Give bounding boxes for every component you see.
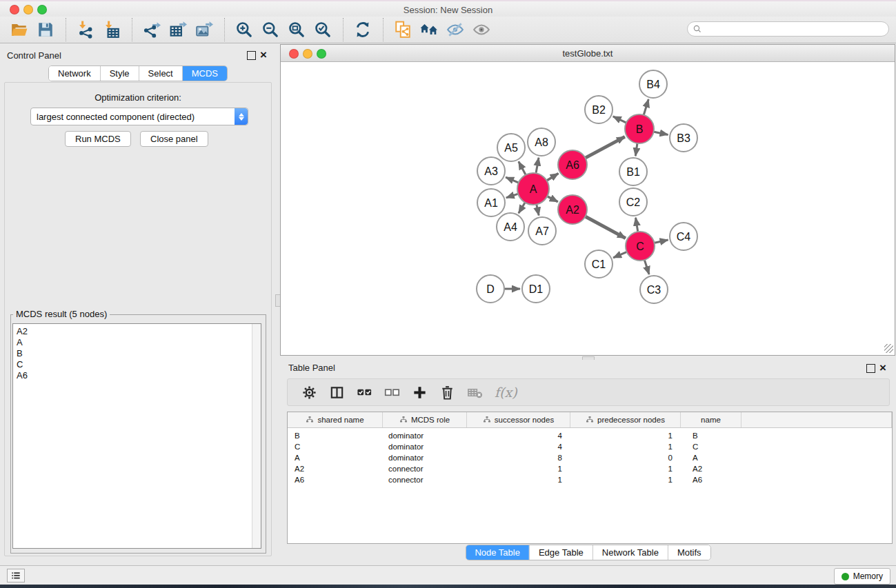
tab-mcds[interactable]: MCDS (182, 66, 227, 81)
save-button[interactable] (35, 19, 57, 41)
column-header-name[interactable]: name (681, 412, 741, 427)
table-row[interactable]: A2connector11A2 (288, 463, 892, 474)
graph-edge-B-B3[interactable] (654, 132, 668, 134)
table-row[interactable]: A6connector11A6 (288, 474, 892, 485)
search-box[interactable] (687, 21, 889, 37)
float-table-panel-icon[interactable] (866, 364, 875, 373)
graph-edge-C-C1[interactable] (613, 252, 626, 258)
open-button[interactable] (9, 19, 31, 41)
graph-edge-B-B2[interactable] (613, 116, 626, 123)
table-cell[interactable]: A (681, 452, 741, 463)
graph-node-B3[interactable]: B3 (670, 124, 697, 152)
table-cell[interactable]: A2 (288, 463, 383, 474)
result-list-item[interactable]: C (13, 359, 261, 370)
run-mcds-button[interactable]: Run MCDS (65, 131, 131, 147)
network-canvas[interactable]: B4B2BB3A5A8A6A3B1AA1C2A2A4A7C4CC1C3DD1 (281, 62, 895, 355)
close-table-panel-icon[interactable]: × (879, 364, 886, 372)
result-list-scrollbar[interactable] (252, 324, 261, 548)
criterion-dropdown[interactable]: largest connected component (directed) (30, 108, 248, 125)
table-cell[interactable]: 1 (467, 463, 570, 474)
column-header-MCDS-role[interactable]: MCDS role (383, 412, 467, 427)
table-cell[interactable]: 4 (467, 441, 570, 452)
search-input[interactable] (706, 23, 888, 34)
import-network-button[interactable] (75, 19, 97, 41)
graph-edge-A-A8[interactable] (536, 158, 539, 173)
table-cell[interactable]: connector (383, 463, 467, 474)
export-network-button[interactable] (141, 19, 163, 41)
table-cell[interactable]: 8 (467, 452, 570, 463)
table-cell[interactable]: connector (383, 474, 467, 485)
graph-node-B2[interactable]: B2 (585, 96, 613, 123)
graph-edge-B-B1[interactable] (635, 143, 637, 156)
tab-style[interactable]: Style (100, 66, 139, 81)
memory-button[interactable]: Memory (834, 568, 890, 585)
close-panel-icon[interactable]: × (260, 51, 267, 59)
graph-edge-A-A6[interactable] (547, 174, 559, 181)
graph-node-C1[interactable]: C1 (585, 250, 613, 278)
result-list-item[interactable]: A2 (13, 326, 261, 337)
check-pair-button[interactable] (355, 382, 375, 403)
import-table-button[interactable] (101, 19, 123, 41)
gear-button[interactable] (299, 382, 320, 403)
graph-node-D1[interactable]: D1 (522, 275, 550, 303)
column-header-shared-name[interactable]: shared name (288, 412, 383, 427)
table-cell[interactable]: 1 (570, 474, 681, 485)
graph-edge-C-C2[interactable] (636, 218, 638, 232)
graph-node-C3[interactable]: C3 (640, 276, 668, 303)
window-resize-grip[interactable] (884, 344, 893, 353)
tab-network[interactable]: Network (49, 66, 100, 81)
graph-node-A[interactable]: A (517, 173, 549, 205)
table-row[interactable]: Adominator80A (288, 452, 892, 463)
table-cell[interactable]: A6 (681, 474, 741, 485)
show-all-button[interactable] (471, 19, 493, 41)
graph-edge-A-A5[interactable] (519, 161, 526, 174)
table-cell[interactable]: 0 (570, 452, 681, 463)
graph-edge-A-A2[interactable] (548, 196, 558, 202)
graph-edge-C-C3[interactable] (645, 260, 650, 274)
table-cell[interactable]: A6 (288, 474, 383, 485)
table-cell[interactable]: dominator (383, 441, 467, 452)
zoom-in-button[interactable] (234, 19, 256, 41)
table-cell[interactable]: 1 (467, 474, 570, 485)
graph-node-A4[interactable]: A4 (497, 213, 524, 241)
uncheck-pair-button[interactable] (382, 382, 403, 403)
graph-node-A8[interactable]: A8 (528, 128, 555, 156)
zoom-selected-button[interactable] (312, 19, 335, 41)
graph-node-A6[interactable]: A6 (558, 150, 587, 179)
graph-edge-A2-C[interactable] (586, 216, 626, 238)
table-cell[interactable]: dominator (383, 430, 467, 441)
table-cell[interactable]: dominator (383, 452, 467, 463)
graph-node-B4[interactable]: B4 (639, 70, 667, 98)
graph-node-A3[interactable]: A3 (477, 157, 505, 185)
export-table-button[interactable] (168, 19, 190, 41)
table-cell[interactable]: A (288, 452, 383, 463)
tab-node-table[interactable]: Node Table (466, 545, 529, 560)
graph-edge-A-A1[interactable] (506, 194, 518, 198)
result-list-item[interactable]: A6 (13, 370, 261, 381)
trash-button[interactable] (437, 382, 458, 403)
table-cell[interactable]: 1 (570, 430, 681, 441)
graph-node-B1[interactable]: B1 (619, 158, 647, 185)
houses-button[interactable] (419, 19, 441, 41)
zoom-fit-button[interactable] (286, 19, 308, 41)
graph-node-D[interactable]: D (477, 275, 504, 303)
plus-button[interactable] (410, 382, 430, 403)
graph-node-C4[interactable]: C4 (670, 223, 697, 250)
graph-edge-A-A4[interactable] (519, 203, 525, 213)
column-header-successor-nodes[interactable]: successor nodes (467, 412, 570, 427)
graph-node-B[interactable]: B (625, 114, 654, 143)
task-history-button[interactable] (7, 569, 25, 582)
refresh-button[interactable] (352, 19, 375, 41)
table-cell[interactable]: B (681, 430, 741, 441)
columns-button[interactable] (327, 382, 348, 403)
tab-motifs[interactable]: Motifs (668, 545, 710, 560)
result-list-item[interactable]: B (13, 348, 261, 359)
column-header-predecessor-nodes[interactable]: predecessor nodes (570, 412, 681, 427)
table-row[interactable]: Bdominator41B (288, 430, 892, 441)
close-panel-button[interactable]: Close panel (140, 131, 208, 147)
tab-edge-table[interactable]: Edge Table (529, 545, 593, 560)
graph-node-C2[interactable]: C2 (619, 188, 647, 216)
table-cell[interactable]: B (288, 430, 383, 441)
table-cell[interactable]: 1 (570, 441, 681, 452)
tab-network-table[interactable]: Network Table (593, 545, 668, 560)
